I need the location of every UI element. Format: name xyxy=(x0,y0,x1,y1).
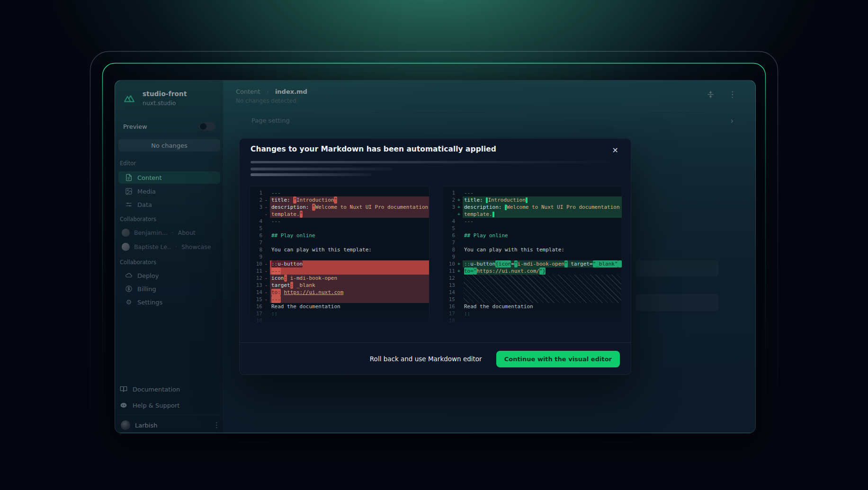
diff-line: 6## Play online xyxy=(443,232,622,239)
diff-line: 11+to="https://ui.nuxt.com/"} xyxy=(443,267,622,275)
rollback-button[interactable]: Roll back and use Markdown editor xyxy=(370,355,482,363)
markdown-changes-modal: Changes to your Markdown has been automa… xyxy=(239,138,631,375)
diff-line: 2-title: "Introduction" xyxy=(250,196,429,204)
diff-line: 19There are already many website based o… xyxy=(443,324,622,331)
diff-line: 17:: xyxy=(443,310,622,317)
skeleton-line xyxy=(251,161,621,163)
diff-line: 2+title: Introduction xyxy=(443,196,622,204)
diff-pane-original[interactable]: 1---2-title: "Introduction"3-description… xyxy=(250,186,430,331)
skeleton-line xyxy=(251,173,371,176)
diff-line: 17:: xyxy=(250,310,429,317)
diff-line: 12-icon: i-mdi-book-open xyxy=(250,275,429,282)
diff-line: 9 xyxy=(250,253,429,260)
diff-line: 15---- xyxy=(250,296,429,303)
diff-line: 13-target: _blank xyxy=(250,282,429,289)
skeleton-line xyxy=(251,168,393,170)
modal-footer: Roll back and use Markdown editor Contin… xyxy=(240,342,631,375)
diff-line: 8You can play with this template: xyxy=(250,246,429,253)
diff-line: 5 xyxy=(443,225,622,232)
diff-line: +template. xyxy=(443,211,622,218)
diff-line: -template." xyxy=(250,211,429,218)
diff-line: 1--- xyxy=(250,189,429,196)
diff-line: 1--- xyxy=(443,189,622,196)
diff-line: 14-to: https://ui.nuxt.com xyxy=(250,289,429,296)
diff-line: 3-description: "Welcome to Nuxt UI Pro d… xyxy=(250,204,429,211)
diff-line: 16Read the documentation xyxy=(250,303,429,310)
diff-line: 3+description: Welcome to Nuxt UI Pro do… xyxy=(443,204,622,211)
diff-line: 4--- xyxy=(443,218,622,225)
modal-title: Changes to your Markdown has been automa… xyxy=(251,145,496,153)
removed-lines-hatch xyxy=(464,275,621,303)
diff-line: 11---- xyxy=(250,267,429,275)
diff-line: 7 xyxy=(250,239,429,246)
continue-visual-editor-button[interactable]: Continue with the visual editor xyxy=(496,351,620,367)
diff-line: 5 xyxy=(250,225,429,232)
diff-line: 18 xyxy=(250,317,429,324)
diff-pane-updated[interactable]: 1---2+title: Introduction3+description: … xyxy=(442,186,622,331)
diff-line: 16Read the documentation xyxy=(443,303,622,310)
diff-line: 9 xyxy=(443,253,622,260)
diff-line: 8You can play with this template: xyxy=(443,246,622,253)
diff-line: 7 xyxy=(443,239,622,246)
diff-line: 10-::u-button xyxy=(250,260,429,267)
diff-line: 4--- xyxy=(250,218,429,225)
diff-line: 10+::u-button{icon="i-mdi-book-open" tar… xyxy=(443,260,622,267)
diff-line: 19There are already many website based o… xyxy=(250,324,429,331)
diff-line: 6## Play online xyxy=(250,232,429,239)
close-icon[interactable]: ✕ xyxy=(612,147,618,154)
diff-line: 18 xyxy=(443,317,622,324)
